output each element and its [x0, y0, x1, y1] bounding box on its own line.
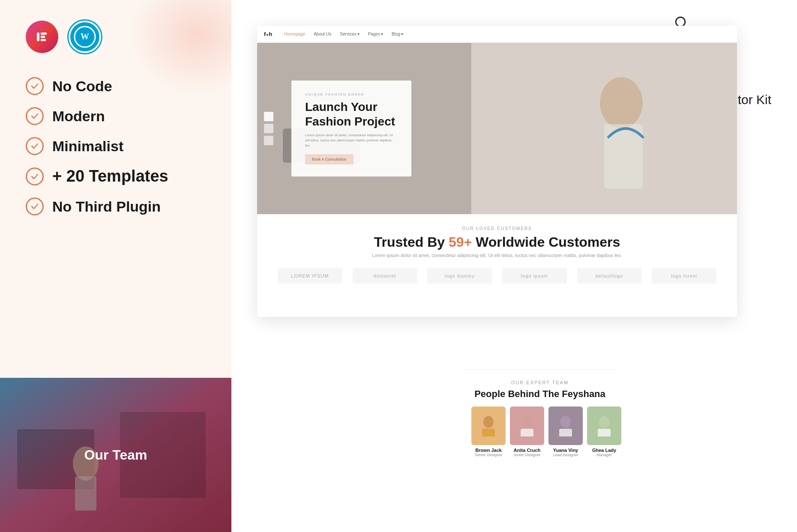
our-team-label: Our Team	[84, 447, 147, 463]
svg-rect-2	[41, 36, 45, 38]
svg-rect-24	[604, 124, 643, 188]
svg-text:W: W	[81, 32, 89, 41]
svg-rect-3	[41, 39, 46, 41]
feature-no-code: No Code	[26, 77, 206, 95]
svg-point-31	[599, 416, 609, 428]
avatar-3	[587, 406, 621, 445]
check-icon-4	[26, 167, 44, 185]
thumb-2	[264, 124, 273, 133]
member-name-3: Ghea Lady	[587, 448, 621, 453]
hero-cta-button[interactable]: Book A Consultation	[305, 154, 354, 164]
svg-rect-28	[521, 429, 533, 436]
check-icon-2	[26, 107, 44, 125]
check-icon	[26, 77, 44, 95]
nav-homepage: Homepage	[284, 32, 305, 36]
mockup-hero: UNIQUE FASHION BRAND Launch Your Fashion…	[257, 43, 737, 214]
thumb-1	[264, 112, 273, 121]
trusted-heading: Trusted By 59+ Worldwide Customers	[278, 234, 716, 250]
nav-about: About Us	[314, 32, 331, 36]
trusted-eyebrow: OUR LOVED CUSTOMERS	[278, 226, 716, 231]
team-member-1: Anita Cruch Junior Designer	[510, 406, 544, 457]
brand-logo-3: logo ipsum	[502, 268, 567, 284]
team-title: People Behind The Feyshana	[471, 389, 608, 400]
brand-logo-4: defaultlogo	[577, 268, 642, 284]
member-role-3: Manager	[587, 453, 621, 457]
svg-rect-30	[559, 429, 572, 436]
brand-logo-1: dotsamet	[353, 268, 417, 284]
svg-point-27	[522, 416, 532, 428]
check-icon-3	[26, 137, 44, 155]
avatar-0	[471, 406, 506, 445]
svg-point-12	[676, 17, 685, 27]
hero-heading: Launch Your Fashion Project	[305, 100, 398, 129]
trusted-inside-mockup: OUR LOVED CUSTOMERS Trusted By 59+ World…	[257, 214, 737, 296]
team-section: OUR EXPERT TEAM People Behind The Feysha…	[463, 369, 617, 532]
trusted-description: Lorem ipsum dolor sit amet, consectetur …	[278, 253, 716, 258]
hero-content-card: UNIQUE FASHION BRAND Launch Your Fashion…	[291, 81, 411, 176]
hero-eyebrow: UNIQUE FASHION BRAND	[305, 93, 398, 96]
brand-logo-5: logo lorem	[652, 268, 716, 284]
logos-row: W	[26, 21, 206, 53]
our-team-overlay: Our Team	[0, 378, 231, 532]
svg-rect-1	[41, 33, 47, 35]
feature-no-plugin: No Third Plugin	[26, 197, 206, 215]
elementor-logo	[26, 21, 58, 53]
nav-pages: Pages ▾	[368, 32, 383, 36]
svg-rect-32	[598, 429, 611, 436]
nav-services: Services ▾	[340, 32, 359, 36]
features-list: No Code Modern Minimalist + 20 Templates…	[26, 77, 206, 215]
avatar-2	[548, 406, 583, 445]
team-eyebrow: OUR EXPERT TEAM	[471, 380, 608, 385]
hero-description: Lorem ipsum dolor sit amet, consectetur …	[305, 133, 398, 148]
member-role-0: Senior Designer	[471, 453, 506, 457]
team-member-3: Ghea Lady Manager	[587, 406, 621, 457]
right-panel: Fashoin Designer Elementor Kit f₊h Homep…	[231, 0, 797, 532]
feature-templates: + 20 Templates	[26, 167, 206, 185]
member-role-2: Lead Designer	[548, 453, 583, 457]
svg-point-23	[600, 77, 643, 129]
feature-modern: Modern	[26, 107, 206, 125]
left-panel: W No Code Modern Minimalist	[0, 0, 231, 532]
team-member-0: Brown Jack Senior Designer	[471, 406, 506, 457]
svg-point-25	[483, 416, 494, 428]
thumb-3	[264, 136, 273, 145]
member-name-1: Anita Cruch	[510, 448, 544, 453]
svg-rect-26	[482, 429, 495, 436]
our-team-image: Our Team	[0, 378, 231, 532]
wordpress-logo: W	[69, 21, 101, 53]
svg-rect-0	[37, 33, 39, 41]
brand-logos-row: LOREM IPSUM dotsamet logo dummy logo ips…	[278, 268, 716, 284]
mockup-nav: f₊h Homepage About Us Services ▾ Pages ▾…	[257, 26, 737, 43]
side-thumbnails	[264, 112, 273, 145]
member-role-1: Junior Designer	[510, 453, 544, 457]
team-member-2: Yuana Viny Lead Designer	[548, 406, 583, 457]
brand-logo-0: LOREM IPSUM	[278, 268, 342, 284]
svg-point-29	[560, 416, 571, 428]
brand-logo-2: logo dummy	[427, 268, 492, 284]
mockup-nav-logo: f₊h	[264, 31, 272, 37]
member-name-0: Brown Jack	[471, 448, 506, 453]
avatar-1	[510, 406, 544, 445]
team-members: Brown Jack Senior Designer Anita Cruch J…	[471, 406, 608, 457]
nav-blog: Blog ▾	[392, 32, 403, 36]
feature-minimalist: Minimalist	[26, 137, 206, 155]
member-name-2: Yuana Viny	[548, 448, 583, 453]
website-mockup: f₊h Homepage About Us Services ▾ Pages ▾…	[257, 26, 737, 317]
check-icon-5	[26, 197, 44, 215]
